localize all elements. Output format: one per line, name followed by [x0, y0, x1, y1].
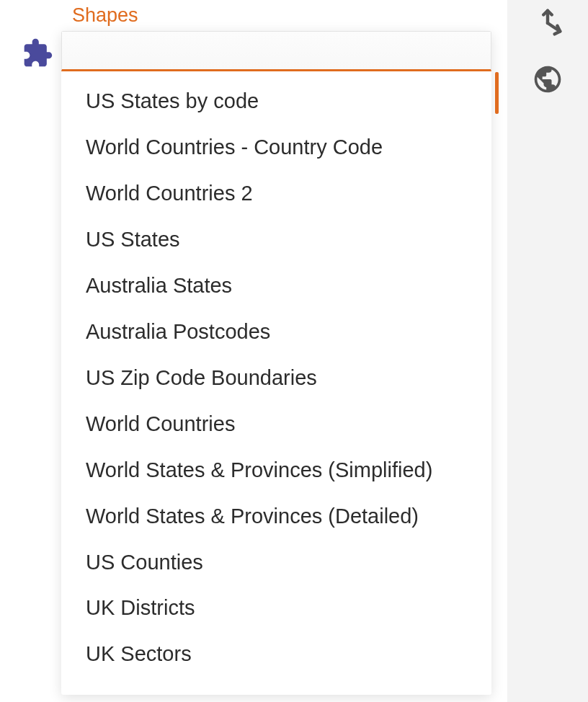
shapes-option[interactable]: World Countries - Country Code: [61, 125, 491, 171]
shapes-option[interactable]: World Countries: [61, 401, 491, 448]
globe-icon[interactable]: [530, 62, 565, 97]
shapes-option[interactable]: US Counties: [61, 540, 491, 586]
shapes-option[interactable]: UK Sectors: [61, 631, 491, 677]
shapes-search-input[interactable]: [62, 32, 491, 69]
axes-icon[interactable]: [530, 6, 565, 40]
shapes-option[interactable]: UK Districts: [61, 585, 491, 631]
shapes-option[interactable]: World States & Provinces (Simplified): [61, 448, 491, 494]
shapes-option[interactable]: Australia States: [61, 263, 491, 309]
shapes-option[interactable]: Australia Postcodes: [61, 309, 491, 355]
shapes-dropdown: US States by code World Countries - Coun…: [61, 31, 491, 695]
shapes-option[interactable]: World Countries 2: [61, 171, 491, 217]
right-toolbar: [507, 0, 588, 702]
shapes-option[interactable]: US Zip Code Boundaries: [61, 355, 491, 401]
puzzle-icon[interactable]: [22, 37, 53, 72]
shapes-label: Shapes: [72, 4, 138, 27]
shapes-option[interactable]: World States & Provinces (Detailed): [61, 494, 491, 540]
scroll-indicator[interactable]: [495, 72, 499, 114]
shapes-option[interactable]: US States: [61, 217, 491, 263]
shapes-options-list: US States by code World Countries - Coun…: [61, 71, 491, 695]
shapes-input-wrap: [61, 31, 491, 71]
shapes-option[interactable]: US States by code: [61, 79, 491, 125]
